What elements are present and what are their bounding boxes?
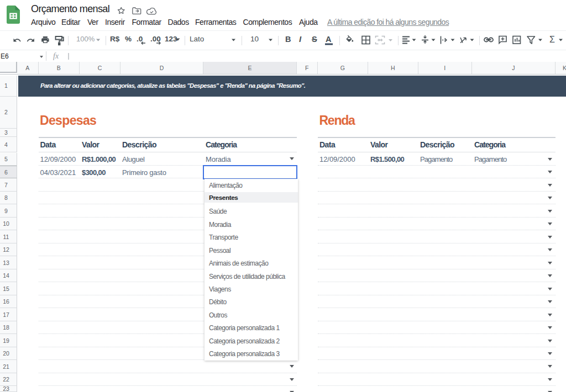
svg-text:123: 123 — [165, 35, 177, 43]
svg-text:10: 10 — [250, 35, 259, 43]
svg-text:B: B — [285, 35, 291, 44]
svg-text:Lato: Lato — [190, 35, 204, 43]
svg-text:I: I — [299, 34, 302, 44]
svg-text:.0: .0 — [137, 35, 143, 43]
svg-text:A: A — [326, 35, 332, 44]
svg-text:100%: 100% — [76, 35, 95, 43]
svg-text:S: S — [312, 35, 317, 44]
svg-text:Σ: Σ — [549, 35, 555, 44]
svg-text:%: % — [125, 35, 132, 43]
svg-text:R$: R$ — [110, 35, 120, 43]
